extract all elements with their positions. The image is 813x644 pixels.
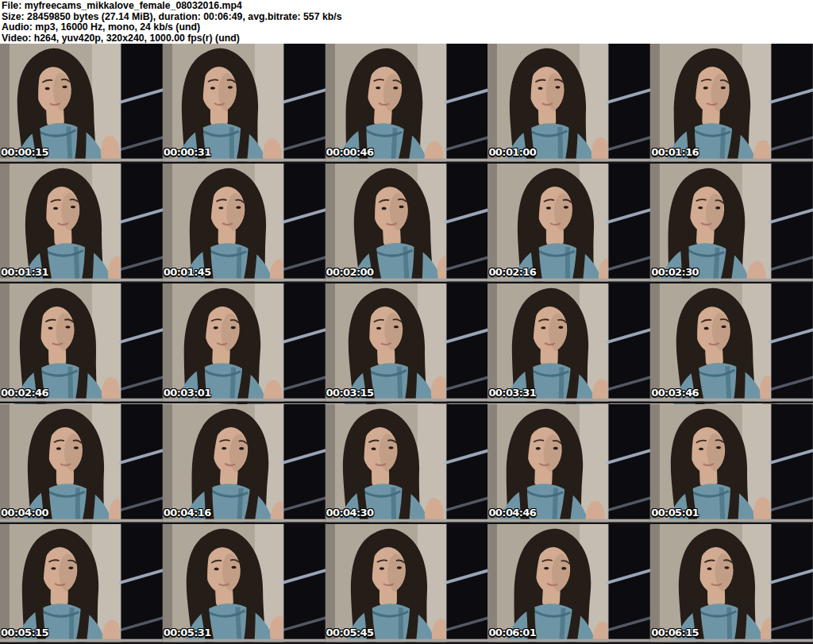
timestamp-label: 00:05:15 [1,627,48,638]
shirt-trim-band [75,488,80,524]
video-thumbnail: 00:01:45 [163,164,326,283]
video-thumbnail: 00:04:00 [0,404,163,524]
video-thumbnail: 00:03:15 [326,283,488,403]
shirt-trim-band [229,127,234,164]
wardrobe-dark-panel [771,524,813,644]
desk-strip [650,399,813,402]
desk-strip [0,638,163,642]
timestamp-label: 00:05:45 [326,627,374,638]
wardrobe-dark-panel [283,44,326,164]
desk-strip [0,279,163,282]
metadata-header: File: myfreecams_mikkalove_female_080320… [0,0,813,44]
desk-strip [0,519,163,522]
desk-strip [326,399,488,402]
wardrobe-dark-panel [283,283,326,403]
video-thumbnail: 00:04:46 [487,404,650,524]
eye-left [546,207,551,210]
timestamp-label: 00:04:46 [488,507,536,519]
timestamp-label: 00:00:46 [326,146,374,158]
wardrobe-dark-panel [608,404,650,524]
video-thumbnail: 00:02:00 [326,164,488,283]
wardrobe-dark-panel [771,44,813,164]
desk-strip [487,519,650,522]
video-thumbnail: 00:01:31 [0,164,163,283]
video-thumbnail: 00:02:46 [0,283,163,403]
desk-strip [163,638,326,642]
desk-strip [650,638,813,642]
header-line-video: Video: h264, yuv420p, 320x240, 1000.00 f… [2,33,813,44]
desk-strip [326,279,488,282]
desk-strip [650,279,813,282]
wardrobe-dark-panel [771,404,813,524]
wardrobe-dark-panel [608,524,650,644]
desk-strip [487,279,650,282]
video-thumbnail: 00:00:31 [163,44,326,164]
video-thumbnail: 00:01:16 [650,44,813,164]
timestamp-label: 00:00:15 [1,146,48,158]
eye-right [564,206,568,209]
eye-right [228,86,233,88]
desk-strip [326,519,488,522]
shirt-trim-band [727,607,733,644]
wardrobe-dark-panel [121,44,163,164]
contact-sheet: File: myfreecams_mikkalove_female_080320… [0,0,813,644]
wardrobe-dark-panel [445,44,487,164]
eye-left [56,447,61,449]
wardrobe-dark-panel [608,283,650,403]
wardrobe-dark-panel [283,404,326,524]
desk-strip [0,399,163,402]
video-thumbnail: 00:04:16 [163,404,326,524]
shirt-trim-band [67,367,73,403]
shirt-trim-band [558,127,564,164]
shirt-trim-band [69,607,75,644]
wardrobe-dark-panel [121,404,163,524]
wardrobe-dark-panel [445,404,487,524]
video-thumbnail: 00:02:16 [487,164,650,283]
video-thumbnail: 00:05:15 [0,524,163,644]
timestamp-label: 00:04:30 [326,507,374,519]
timestamp-label: 00:02:00 [326,266,374,278]
timestamp-label: 00:04:00 [1,507,48,519]
shirt-trim-band [565,247,570,283]
shirt-trim-band [236,248,241,284]
desk-strip [0,159,163,162]
video-thumbnail: 00:06:01 [487,524,650,644]
video-thumbnail: 00:00:15 [0,44,163,164]
timestamp-label: 00:06:15 [651,627,699,638]
wardrobe-dark-panel [283,164,326,283]
timestamp-label: 00:02:30 [651,266,699,278]
wardrobe-dark-panel [283,524,326,644]
timestamp-label: 00:01:45 [164,266,211,278]
header-line-size: Size: 28459850 bytes (27.14 MiB), durati… [2,12,813,23]
timestamp-label: 00:01:31 [1,266,48,278]
timestamp-label: 00:02:46 [1,387,48,399]
video-thumbnail: 00:05:31 [163,524,326,644]
timestamp-label: 00:05:31 [164,627,211,638]
wardrobe-dark-panel [445,283,487,403]
timestamp-label: 00:00:31 [164,146,211,158]
video-thumbnail: 00:03:31 [487,283,650,403]
shirt-trim-band [399,607,403,644]
wardrobe-dark-panel [121,283,163,403]
thumbnail-grid: 00:00:15 [0,44,813,644]
wardrobe-dark-panel [445,164,487,283]
eye-left [210,87,215,89]
timestamp-label: 00:01:00 [488,146,536,158]
desk-strip [650,519,813,522]
desk-strip [163,279,326,282]
video-thumbnail: 00:05:45 [326,524,488,644]
eye-left [380,567,384,569]
wardrobe-dark-panel [121,524,163,644]
timestamp-label: 00:02:16 [488,266,536,278]
shirt-trim-band [391,487,396,523]
timestamp-label: 00:05:01 [651,507,699,519]
desk-strip [326,159,488,162]
desk-strip [487,399,650,402]
desk-strip [163,159,326,162]
timestamp-label: 00:01:16 [651,146,699,158]
desk-strip [650,159,813,162]
shirt-trim-band [559,368,564,404]
timestamp-label: 00:04:16 [164,507,211,519]
desk-strip [163,399,326,402]
video-thumbnail: 00:04:30 [326,404,488,524]
